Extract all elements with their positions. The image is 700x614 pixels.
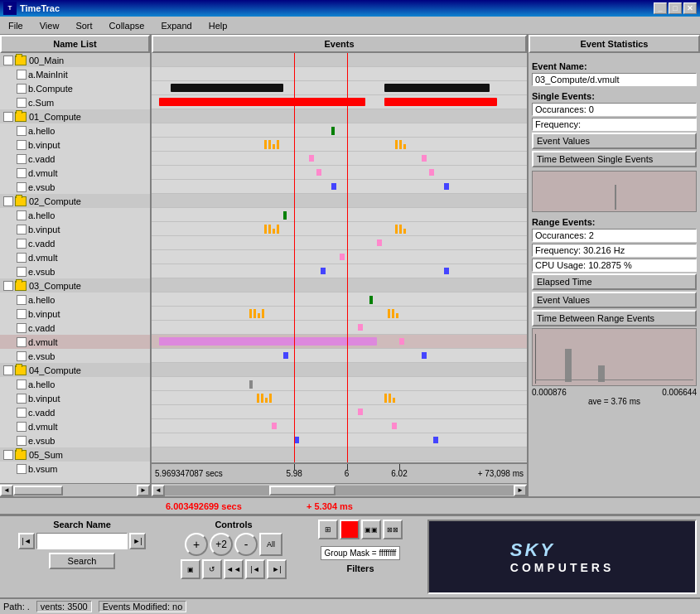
ctrl-waveform-btn[interactable]: ▣ (181, 559, 200, 579)
filter-btn-1[interactable]: ⊞ (318, 520, 338, 539)
item-02-hello[interactable]: a.hello (0, 208, 150, 222)
checkbox-01-vinput[interactable] (17, 140, 27, 150)
checkbox-03-vadd[interactable] (17, 323, 27, 333)
close-button[interactable]: ✕ (683, 2, 697, 14)
scroll-left-btn[interactable]: ◄ (0, 485, 13, 496)
ctrl-next-btn[interactable]: ►| (267, 559, 287, 579)
item-04-vinput[interactable]: b.vinput (0, 391, 150, 405)
item-01-vinput[interactable]: b.vinput (0, 138, 150, 152)
item-02-vadd[interactable]: c.vadd (0, 236, 150, 250)
menu-expand[interactable]: Expand (156, 19, 196, 32)
item-04-vmult[interactable]: d.vmult (0, 419, 150, 433)
item-03-vadd[interactable]: c.vadd (0, 321, 150, 335)
zoom-in2-btn[interactable]: +2 (210, 533, 233, 556)
menu-help[interactable]: Help (204, 19, 233, 32)
group-05-sum[interactable]: 05_Sum (0, 447, 150, 462)
checkbox-00-main[interactable] (3, 56, 13, 65)
btn-event-values-single[interactable]: Event Values (532, 133, 697, 149)
checkbox-compute[interactable] (17, 84, 27, 94)
zoom-in-btn[interactable]: + (185, 533, 208, 556)
filter-btn-3[interactable]: ▣▣ (361, 520, 381, 539)
item-01-vadd[interactable]: c.vadd (0, 152, 150, 166)
group-02-compute[interactable]: 02_Compute (0, 194, 150, 208)
minimize-button[interactable]: _ (654, 2, 667, 14)
item-compute[interactable]: b.Compute (0, 81, 150, 95)
checkbox-04-vinput[interactable] (17, 394, 27, 404)
item-03-vinput[interactable]: b.vinput (0, 307, 150, 321)
filter-btn-4[interactable]: ⊠⊠ (383, 520, 403, 539)
checkbox-sum[interactable] (17, 98, 27, 108)
checkbox-02-vinput[interactable] (17, 225, 27, 234)
checkbox-05[interactable] (3, 450, 13, 460)
checkbox-03[interactable] (3, 281, 13, 291)
zoom-out-btn[interactable]: - (234, 533, 258, 556)
checkbox-02-vsub[interactable] (17, 267, 27, 277)
group-00-main[interactable]: 00_Main (0, 53, 150, 67)
events-scroll-left[interactable]: ◄ (152, 485, 165, 496)
events-scrollbar-track[interactable] (165, 486, 514, 496)
btn-event-values-range[interactable]: Event Values (532, 292, 697, 308)
item-04-vadd[interactable]: c.vadd (0, 405, 150, 419)
menu-view[interactable]: View (35, 19, 65, 32)
checkbox-05-vsum[interactable] (17, 464, 27, 474)
events-scroll-right[interactable]: ► (514, 485, 527, 496)
checkbox-02[interactable] (3, 196, 13, 206)
filter-btn-2[interactable] (340, 520, 360, 539)
scrollbar-track[interactable] (13, 486, 137, 496)
zoom-all-btn[interactable]: All (259, 533, 282, 556)
checkbox-04-vmult[interactable] (17, 422, 27, 432)
checkbox-04-vadd[interactable] (17, 408, 27, 418)
ctrl-rewind-btn[interactable]: ↺ (202, 559, 222, 579)
checkbox-02-vmult[interactable] (17, 253, 27, 263)
checkbox-04[interactable] (3, 365, 13, 375)
btn-time-between-single[interactable]: Time Between Single Events (532, 151, 697, 167)
scroll-right-btn[interactable]: ► (137, 485, 150, 496)
item-01-vsub[interactable]: e.vsub (0, 180, 150, 194)
search-input[interactable] (36, 533, 128, 549)
item-02-vsub[interactable]: e.vsub (0, 264, 150, 278)
item-02-vinput[interactable]: b.vinput (0, 222, 150, 236)
scrollbar-thumb[interactable] (13, 486, 63, 496)
checkbox-mainInit[interactable] (17, 70, 27, 80)
maximize-button[interactable]: □ (669, 2, 682, 14)
item-03-vsub[interactable]: e.vsub (0, 349, 150, 363)
ctrl-back-btn[interactable]: ◄◄ (224, 559, 244, 579)
item-03-vmult[interactable]: d.vmult (0, 335, 150, 349)
item-04-vsub[interactable]: e.vsub (0, 433, 150, 447)
ctrl-prev-btn[interactable]: |◄ (245, 559, 265, 579)
btn-elapsed-time[interactable]: Elapsed Time (532, 273, 697, 290)
checkbox-01-vadd[interactable] (17, 154, 27, 164)
checkbox-01-hello[interactable] (17, 126, 27, 136)
group-04-compute[interactable]: 04_Compute (0, 363, 150, 377)
checkbox-04-vsub[interactable] (17, 436, 27, 446)
item-01-hello[interactable]: a.hello (0, 123, 150, 138)
menu-collapse[interactable]: Collapse (104, 19, 150, 32)
search-button[interactable]: Search (49, 553, 115, 569)
checkbox-01[interactable] (3, 112, 13, 122)
item-01-vmult[interactable]: d.vmult (0, 166, 150, 180)
checkbox-03-hello[interactable] (17, 295, 27, 305)
group-03-compute[interactable]: 03_Compute (0, 278, 150, 292)
item-mainInit[interactable]: a.MainInit (0, 67, 150, 81)
group-01-compute[interactable]: 01_Compute (0, 109, 150, 123)
item-03-hello[interactable]: a.hello (0, 292, 150, 307)
checkbox-03-vmult[interactable] (17, 337, 27, 347)
checkbox-01-vsub[interactable] (17, 182, 27, 192)
menu-file[interactable]: File (3, 19, 28, 32)
events-scrollbar[interactable]: ◄ ► (152, 483, 527, 496)
checkbox-01-vmult[interactable] (17, 168, 27, 178)
events-scrollbar-thumb[interactable] (269, 486, 336, 496)
search-next-btn[interactable]: ►| (129, 533, 146, 549)
checkbox-03-vinput[interactable] (17, 309, 27, 319)
btn-time-between-range[interactable]: Time Between Range Events (532, 310, 697, 326)
name-list-scrollbar[interactable]: ◄ ► (0, 483, 150, 496)
checkbox-02-vadd[interactable] (17, 239, 27, 249)
checkbox-04-hello[interactable] (17, 380, 27, 389)
item-sum[interactable]: c.Sum (0, 95, 150, 109)
checkbox-03-vsub[interactable] (17, 351, 27, 361)
item-04-hello[interactable]: a.hello (0, 377, 150, 391)
name-list-content[interactable]: 00_Main a.MainInit b.Compute c.Sum (0, 53, 150, 483)
menu-sort[interactable]: Sort (70, 19, 97, 32)
checkbox-02-hello[interactable] (17, 210, 27, 220)
search-prev-btn[interactable]: |◄ (18, 533, 35, 549)
